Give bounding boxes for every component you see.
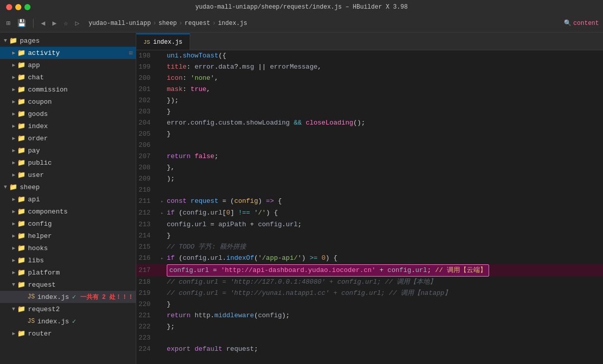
sidebar-item-user[interactable]: ▶ 📁 user — [0, 169, 136, 181]
code-line-216: 216 ▸ if (config.url.indexOf('/app-api/'… — [136, 253, 603, 264]
sidebar-item-commission[interactable]: ▶ 📁 commission — [0, 83, 136, 96]
tab-bar: JS index.js — [136, 33, 603, 50]
sidebar-item-request2-indexjs[interactable]: JS index.js ✓ — [0, 315, 136, 327]
sidebar-item-label: hooks — [28, 245, 48, 252]
traffic-lights — [0, 4, 31, 10]
sidebar-item-request-indexjs[interactable]: JS index.js ✓ 一共有 2 处！！！！ — [0, 291, 136, 303]
folder-icon: 📁 — [17, 134, 25, 142]
code-line-200: 200 icon: 'none', — [136, 73, 603, 84]
chevron-icon: ▶ — [3, 186, 9, 189]
close-button[interactable] — [6, 4, 12, 10]
code-line-201: 201 mask: true, — [136, 84, 603, 95]
sidebar-item-pay[interactable]: ▶ 📁 pay — [0, 144, 136, 157]
sidebar-item-hooks[interactable]: ▶ 📁 hooks — [0, 242, 136, 254]
window-title: yudao-mall-uniapp/sheep/request/index.js… — [195, 4, 408, 11]
sidebar-item-request2[interactable]: ▶ 📁 request2 — [0, 303, 136, 315]
chevron-icon: ▶ — [12, 74, 15, 80]
code-editor[interactable]: 198 uni.showToast({ 199 title: error.dat… — [136, 50, 603, 364]
chevron-icon: ▶ — [12, 99, 15, 105]
chevron-icon: ▶ — [12, 221, 15, 227]
code-line-202: 202 }); — [136, 95, 603, 106]
chevron-icon: ▶ — [12, 147, 15, 154]
checkmark-icon: ✓ — [72, 293, 76, 301]
sidebar-item-order[interactable]: ▶ 📁 order — [0, 132, 136, 144]
folder-icon: 📁 — [17, 110, 25, 118]
sidebar-item-chat[interactable]: ▶ 📁 chat — [0, 71, 136, 83]
chevron-icon: ▶ — [12, 245, 15, 251]
sidebar-item-helper[interactable]: ▶ 📁 helper — [0, 230, 136, 242]
folder-icon: 📁 — [17, 268, 25, 277]
folder-icon: 📁 — [17, 244, 25, 252]
fold-icon-211[interactable]: ▸ — [159, 196, 166, 207]
chevron-icon: ▶ — [12, 62, 15, 68]
file-js-icon: JS — [27, 293, 35, 300]
checkmark-icon: ✓ — [72, 317, 76, 325]
chevron-icon: ▶ — [12, 233, 15, 239]
editor-area: JS index.js 198 uni.showToast({ 199 — [136, 33, 603, 364]
sidebar-item-sheep[interactable]: ▶ 📁 sheep — [0, 181, 136, 193]
folder-icon: 📁 — [17, 256, 25, 264]
code-line-218: 218 // config.url = 'http://127.0.0.1:48… — [136, 277, 603, 288]
code-line-221: 221 return http.middleware(config); — [136, 310, 603, 321]
fold-icon-212[interactable]: ▸ — [159, 208, 166, 219]
nav-back-icon[interactable]: ◀ — [39, 18, 47, 28]
annotation-text: 一共有 2 处！！！！ — [80, 293, 136, 301]
sidebar-item-label: chat — [28, 74, 44, 81]
maximize-button[interactable] — [24, 4, 31, 10]
folder-icon: 📁 — [17, 159, 25, 167]
code-line-199: 199 title: error.data?.msg || errorMessa… — [136, 62, 603, 73]
code-line-210: 210 — [136, 185, 603, 196]
sidebar-item-pages[interactable]: ▶ 📁 pages — [0, 35, 136, 47]
breadcrumb-sheep[interactable]: sheep — [159, 20, 177, 27]
sidebar-item-api[interactable]: ▶ 📁 api — [0, 193, 136, 205]
code-line-204: 204 error.config.custom.showLoading && c… — [136, 117, 603, 129]
chevron-icon: ▶ — [12, 330, 15, 337]
sidebar-item-label: helper — [28, 232, 52, 240]
folder-icon: 📁 — [17, 220, 25, 228]
run-icon[interactable]: ▷ — [73, 18, 81, 28]
sidebar-item-libs[interactable]: ▶ 📁 libs — [0, 254, 136, 266]
sidebar-item-request[interactable]: ▶ 📁 request — [0, 279, 136, 291]
folder-icon: 📁 — [17, 329, 25, 338]
sidebar-item-platform[interactable]: ▶ 📁 platform — [0, 266, 136, 279]
sidebar-item-label: goods — [28, 110, 48, 118]
sidebar-item-label: order — [28, 135, 48, 142]
sidebar-item-public[interactable]: ▶ 📁 public — [0, 157, 136, 169]
sidebar-item-app[interactable]: ▶ 📁 app — [0, 59, 136, 71]
fold-icon-216[interactable]: ▸ — [159, 253, 166, 264]
sidebar-item-label: public — [28, 159, 52, 167]
sidebar-item-label: pay — [28, 147, 40, 155]
folder-icon: 📁 — [17, 98, 25, 106]
sidebar-item-goods[interactable]: ▶ 📁 goods — [0, 108, 136, 120]
sidebar-item-config[interactable]: ▶ 📁 config — [0, 218, 136, 230]
sidebar-item-label: index.js — [37, 293, 69, 301]
sidebar-item-coupon[interactable]: ▶ 📁 coupon — [0, 96, 136, 108]
search-bar[interactable]: 🔍 content — [564, 19, 599, 27]
minimize-button[interactable] — [15, 4, 21, 10]
sidebar-item-label: router — [28, 330, 52, 338]
sidebar-item-label: components — [28, 208, 68, 216]
chevron-icon: ▶ — [12, 111, 15, 117]
sidebar-item-router[interactable]: ▶ 📁 router — [0, 327, 136, 340]
chevron-icon: ▶ — [12, 196, 15, 202]
save-icon[interactable]: 💾 — [15, 18, 28, 28]
breadcrumb-request[interactable]: request — [185, 20, 210, 27]
new-folder-icon[interactable]: ⊞ — [129, 49, 133, 57]
chevron-icon: ▶ — [12, 123, 15, 129]
code-line-217: 217 config.url = 'http://api-dashboard.y… — [136, 264, 603, 277]
code-line-219: 219 // config.url = 'http://yunai.natapp… — [136, 288, 603, 299]
nav-forward-icon[interactable]: ▶ — [50, 18, 58, 28]
search-icon: 🔍 — [564, 19, 571, 27]
breadcrumb-file[interactable]: index.js — [218, 20, 248, 27]
tab-indexjs[interactable]: JS index.js — [136, 34, 190, 50]
sidebar-item-index[interactable]: ▶ 📁 index — [0, 120, 136, 132]
sidebar-item-activity[interactable]: ▶ 📁 activity ⊞ — [0, 47, 136, 59]
breadcrumb-project[interactable]: yudao-mall-uniapp — [88, 20, 150, 27]
sidebar-toggle-icon[interactable]: ⊞ — [4, 18, 12, 28]
chevron-icon: ▶ — [12, 172, 15, 178]
star-icon[interactable]: ☆ — [62, 18, 70, 28]
code-line-224: 224 export default request; — [136, 344, 603, 355]
tab-file-icon: JS — [143, 39, 150, 45]
folder-icon: 📁 — [17, 85, 25, 94]
sidebar-item-components[interactable]: ▶ 📁 components — [0, 205, 136, 218]
